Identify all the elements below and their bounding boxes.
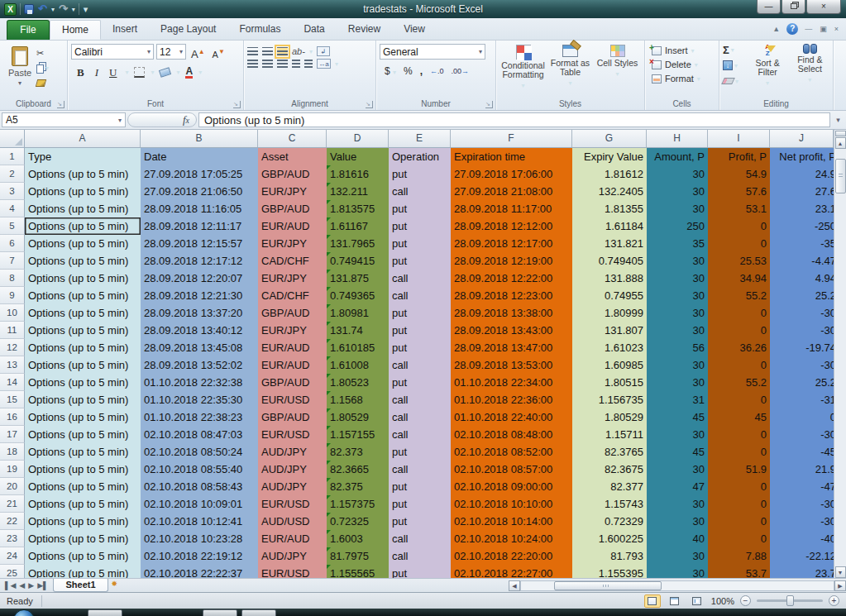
cell-A24[interactable]: Options (up to 5 min) <box>25 547 141 565</box>
cell-G6[interactable]: 131.821 <box>572 235 647 252</box>
cell-H24[interactable]: 30 <box>647 547 708 565</box>
font-color-dropdown-icon[interactable]: ▾ <box>198 69 202 76</box>
row-header-25[interactable]: 25 <box>0 565 25 578</box>
cell-C10[interactable]: GBP/AUD <box>258 304 327 322</box>
cell-F1[interactable]: Expiration time <box>451 148 572 165</box>
cell-I16[interactable]: 45 <box>708 408 770 426</box>
cell-F4[interactable]: 28.09.2018 11:17:00 <box>451 200 572 217</box>
cell-G25[interactable]: 1.155395 <box>572 565 647 578</box>
row-header-4[interactable]: 4 <box>0 200 25 217</box>
zoom-in-button[interactable]: + <box>829 595 839 606</box>
cell-E20[interactable]: put <box>389 478 451 495</box>
workbook-close-icon[interactable]: × <box>834 25 839 33</box>
taskbar-window-button[interactable] <box>88 609 122 616</box>
column-header-J[interactable]: J <box>770 130 834 147</box>
cell-G21[interactable]: 1.15743 <box>572 495 647 513</box>
align-right-icon[interactable] <box>277 60 288 69</box>
clipboard-dialog-launcher[interactable]: ↘ <box>57 101 65 108</box>
cell-H20[interactable]: 47 <box>647 478 708 495</box>
cell-D7[interactable]: 0.749415 <box>327 252 389 270</box>
cell-A17[interactable]: Options (up to 5 min) <box>25 426 141 443</box>
scroll-up-icon[interactable]: ▲ <box>835 137 846 149</box>
row-header-16[interactable]: 16 <box>0 408 25 426</box>
cell-J2[interactable]: 24.9 <box>770 165 834 183</box>
row-header-19[interactable]: 19 <box>0 461 25 478</box>
cell-F7[interactable]: 28.09.2018 12:19:00 <box>451 252 572 270</box>
cell-J18[interactable]: -45 <box>770 443 834 461</box>
cell-I7[interactable]: 25.53 <box>708 252 770 270</box>
cell-H22[interactable]: 30 <box>647 513 708 530</box>
row-header-21[interactable]: 21 <box>0 495 25 513</box>
cell-D17[interactable]: 1.157155 <box>327 426 389 443</box>
cell-F15[interactable]: 01.10.2018 22:36:00 <box>451 391 572 408</box>
cell-B14[interactable]: 01.10.2018 22:32:38 <box>141 374 258 391</box>
cell-A9[interactable]: Options (up to 5 min) <box>25 287 141 304</box>
cell-I4[interactable]: 53.1 <box>708 200 770 217</box>
cell-I17[interactable]: 0 <box>708 426 770 443</box>
grow-font-button[interactable]: A▲ <box>189 44 208 60</box>
previous-sheet-icon[interactable]: ◀ <box>19 581 25 590</box>
cell-E9[interactable]: call <box>389 287 451 304</box>
cell-I23[interactable]: 0 <box>708 530 770 547</box>
conditional-formatting-button[interactable]: Conditional Formatting ▾ <box>499 45 547 97</box>
cell-E11[interactable]: put <box>389 322 451 339</box>
cut-button[interactable]: ✂ <box>36 47 49 59</box>
cell-G20[interactable]: 82.377 <box>572 478 647 495</box>
expand-formula-bar-icon[interactable]: ▾ <box>832 116 844 124</box>
delete-cells-button[interactable]: Delete▾ <box>652 60 715 69</box>
cell-J24[interactable]: -22.12 <box>770 547 834 565</box>
align-center-icon[interactable] <box>262 60 273 69</box>
cell-A11[interactable]: Options (up to 5 min) <box>25 322 141 339</box>
zoom-out-button[interactable]: − <box>740 595 751 606</box>
cell-B7[interactable]: 28.09.2018 12:17:12 <box>141 252 258 270</box>
cell-I18[interactable]: 0 <box>708 443 770 461</box>
workbook-restore-icon[interactable]: ▣ <box>820 25 828 33</box>
row-header-8[interactable]: 8 <box>0 270 25 287</box>
number-dialog-launcher[interactable]: ↘ <box>485 101 493 108</box>
zoom-level[interactable]: 100% <box>711 596 734 606</box>
cell-C8[interactable]: EUR/JPY <box>258 270 327 287</box>
cell-A12[interactable]: Options (up to 5 min) <box>25 339 141 356</box>
cell-B18[interactable]: 02.10.2018 08:50:24 <box>141 443 258 461</box>
cell-F9[interactable]: 28.09.2018 12:23:00 <box>451 287 572 304</box>
cell-D12[interactable]: 1.610185 <box>327 339 389 356</box>
cell-F17[interactable]: 02.10.2018 08:48:00 <box>451 426 572 443</box>
cell-J7[interactable]: -4.47 <box>770 252 834 270</box>
scroll-left-icon[interactable]: ◀ <box>509 580 520 591</box>
cell-C12[interactable]: EUR/AUD <box>258 339 327 356</box>
cell-D14[interactable]: 1.80523 <box>327 374 389 391</box>
cell-J23[interactable]: -40 <box>770 530 834 547</box>
increase-indent-icon[interactable] <box>304 60 313 69</box>
insert-function-button[interactable]: fx <box>127 112 197 127</box>
cell-B10[interactable]: 28.09.2018 13:37:20 <box>141 304 258 322</box>
cell-E16[interactable]: call <box>389 408 451 426</box>
cell-G19[interactable]: 82.3675 <box>572 461 647 478</box>
cell-C25[interactable]: EUR/USD <box>258 565 327 578</box>
column-header-G[interactable]: G <box>572 130 647 147</box>
cell-G22[interactable]: 0.72329 <box>572 513 647 530</box>
font-color-icon[interactable]: A <box>185 67 193 79</box>
normal-view-button[interactable] <box>644 595 661 608</box>
next-sheet-icon[interactable]: ▶ <box>28 581 34 590</box>
alignment-dialog-launcher[interactable]: ↘ <box>366 101 373 108</box>
start-button[interactable] <box>13 609 35 616</box>
row-header-13[interactable]: 13 <box>0 356 25 374</box>
row-header-5[interactable]: 5 <box>0 217 25 235</box>
orientation-dropdown-icon[interactable]: ▾ <box>309 48 313 55</box>
cell-D22[interactable]: 0.72325 <box>327 513 389 530</box>
tab-insert[interactable]: Insert <box>101 20 149 40</box>
cell-I22[interactable]: 0 <box>708 513 770 530</box>
cell-C17[interactable]: EUR/USD <box>258 426 327 443</box>
cell-F3[interactable]: 27.09.2018 21:08:00 <box>451 183 572 200</box>
sort-filter-button[interactable]: AZ Sort & Filter ▾ <box>748 44 786 97</box>
cell-G3[interactable]: 132.2405 <box>572 183 647 200</box>
tab-home[interactable]: Home <box>50 20 101 40</box>
cell-E10[interactable]: put <box>389 304 451 322</box>
row-header-1[interactable]: 1 <box>0 148 25 165</box>
cell-C21[interactable]: EUR/USD <box>258 495 327 513</box>
cell-H16[interactable]: 45 <box>647 408 708 426</box>
cell-A20[interactable]: Options (up to 5 min) <box>25 478 141 495</box>
cell-F20[interactable]: 02.10.2018 09:00:00 <box>451 478 572 495</box>
cell-G12[interactable]: 1.61023 <box>572 339 647 356</box>
cell-C6[interactable]: EUR/JPY <box>258 235 327 252</box>
